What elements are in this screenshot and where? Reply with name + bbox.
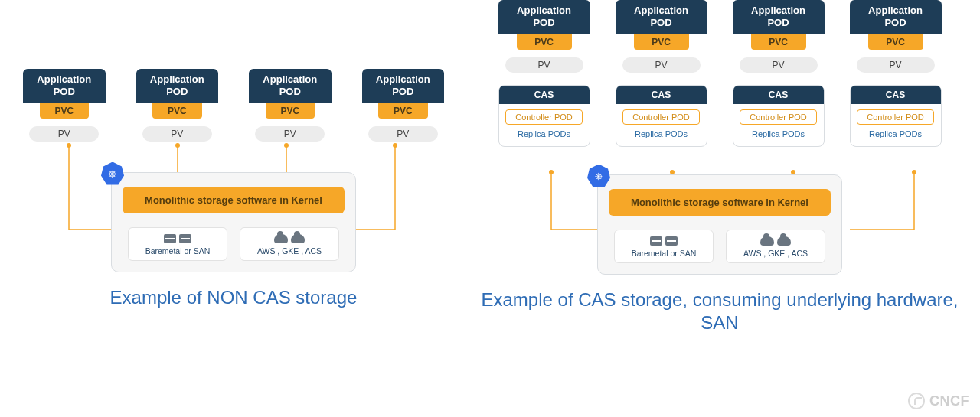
infra-label: Baremetal or SAN (632, 249, 697, 258)
infra-row: Baremetal or SAN AWS , GKE , ACS (614, 230, 825, 263)
pvc-label: PVC (378, 103, 428, 119)
controller-pod-label: Controller POD (740, 109, 816, 125)
cas-diagram: ApplicationPOD PVC PV CAS Controller POD… (475, 0, 965, 334)
replica-pods-label: Replica PODs (511, 125, 577, 140)
pvc-label: PVC (634, 34, 689, 50)
pv-label: PV (142, 126, 212, 142)
cas-box: CAS Controller POD Replica PODs (616, 85, 707, 147)
infra-card-cloud: AWS , GKE , ACS (726, 230, 825, 263)
server-icon (665, 236, 678, 246)
pv-label: PV (368, 126, 438, 142)
pod-row: ApplicationPOD PVC PV ApplicationPOD PVC… (15, 69, 452, 142)
cloud-icon (760, 236, 774, 246)
kubernetes-icon: ⎈ (587, 165, 610, 187)
svg-point-4 (549, 170, 554, 174)
watermark-text: CNCF (929, 393, 969, 409)
kernel-box: ⎈ Monolithic storage software in Kernel … (111, 172, 356, 272)
pvc-label: PVC (40, 103, 90, 119)
replica-pods-label: Replica PODs (746, 125, 811, 140)
app-pod-label: ApplicationPOD (362, 69, 445, 103)
app-pod-label: ApplicationPOD (498, 0, 590, 34)
svg-point-0 (67, 143, 71, 148)
controller-pod-label: Controller POD (622, 109, 699, 125)
cloud-icon (274, 234, 288, 243)
server-icon (179, 234, 191, 243)
app-pod-column: ApplicationPOD PVC PV CAS Controller POD… (733, 0, 825, 147)
app-pod-column: ApplicationPOD PVC PV CAS Controller POD… (498, 0, 590, 147)
cas-box: CAS Controller POD Replica PODs (498, 85, 590, 147)
app-pod-column: ApplicationPOD PVC PV (362, 69, 445, 142)
cncf-watermark: CNCF (908, 393, 969, 409)
server-icon (650, 236, 662, 246)
app-pod-column: ApplicationPOD PVC PV (23, 69, 106, 142)
pod-row: ApplicationPOD PVC PV CAS Controller POD… (475, 0, 965, 147)
pv-label: PV (857, 57, 935, 73)
svg-point-7 (912, 170, 916, 174)
infra-label: Baremetal or SAN (145, 246, 211, 256)
kubernetes-icon: ⎈ (101, 162, 124, 185)
infra-card-baremetal: Baremetal or SAN (128, 227, 227, 261)
cloud-icon (291, 234, 305, 243)
replica-pods-label: Replica PODs (863, 125, 928, 140)
svg-point-2 (284, 143, 289, 148)
cloud-icon (777, 236, 791, 246)
pv-label: PV (255, 126, 325, 142)
kernel-title: Monolithic storage software in Kernel (122, 187, 345, 213)
pvc-label: PVC (152, 103, 202, 119)
app-pod-column: ApplicationPOD PVC PV CAS Controller POD… (616, 0, 707, 147)
infra-card-cloud: AWS , GKE , ACS (240, 227, 339, 261)
non-cas-diagram: ApplicationPOD PVC PV ApplicationPOD PVC… (15, 69, 452, 309)
app-pod-label: ApplicationPOD (733, 0, 825, 34)
infra-card-baremetal: Baremetal or SAN (614, 230, 714, 263)
cas-header: CAS (616, 86, 707, 104)
replica-pods-label: Replica PODs (629, 125, 694, 140)
diagram-caption: Example of CAS storage, consuming underl… (475, 288, 965, 334)
cas-box: CAS Controller POD Replica PODs (850, 85, 942, 147)
app-pod-label: ApplicationPOD (23, 69, 106, 103)
app-pod-label: ApplicationPOD (850, 0, 942, 34)
pv-label: PV (622, 57, 701, 73)
pv-label: PV (505, 57, 583, 73)
cas-header: CAS (733, 86, 824, 104)
pv-label: PV (740, 57, 818, 73)
controller-pod-label: Controller POD (505, 109, 582, 125)
pvc-label: PVC (751, 34, 806, 50)
infra-row: Baremetal or SAN AWS , GKE , ACS (128, 227, 339, 261)
app-pod-column: ApplicationPOD PVC PV CAS Controller POD… (850, 0, 942, 147)
cas-box: CAS Controller POD Replica PODs (733, 85, 825, 147)
app-pod-column: ApplicationPOD PVC PV (136, 69, 219, 142)
wechat-icon (908, 393, 925, 409)
pvc-label: PVC (517, 34, 572, 50)
pv-label: PV (29, 126, 99, 142)
kernel-box: ⎈ Monolithic storage software in Kernel … (597, 174, 842, 275)
app-pod-label: ApplicationPOD (249, 69, 332, 103)
svg-point-1 (175, 143, 180, 148)
cas-header: CAS (851, 86, 941, 104)
cas-header: CAS (499, 86, 590, 104)
app-pod-label: ApplicationPOD (616, 0, 707, 34)
pvc-label: PVC (868, 34, 923, 50)
app-pod-column: ApplicationPOD PVC PV (249, 69, 332, 142)
pvc-label: PVC (266, 103, 315, 119)
server-icon (164, 234, 176, 243)
controller-pod-label: Controller POD (857, 109, 933, 125)
app-pod-label: ApplicationPOD (136, 69, 219, 103)
diagram-caption: Example of NON CAS storage (15, 286, 452, 309)
infra-label: AWS , GKE , ACS (257, 246, 322, 256)
infra-label: AWS , GKE , ACS (743, 249, 808, 258)
svg-point-3 (393, 143, 397, 148)
kernel-title: Monolithic storage software in Kernel (609, 189, 831, 216)
